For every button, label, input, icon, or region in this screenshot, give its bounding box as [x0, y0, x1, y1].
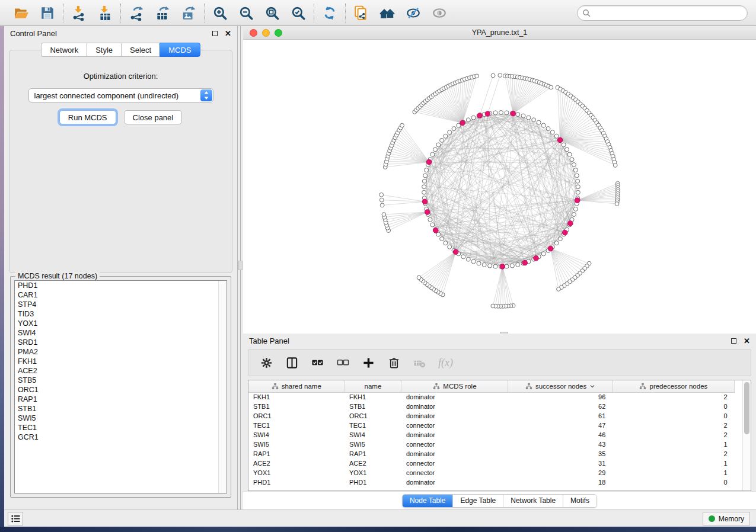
show-columns-icon[interactable]: [285, 356, 298, 369]
zoom-in-icon[interactable]: [212, 5, 228, 21]
mcds-result-item[interactable]: SRD1: [15, 338, 227, 347]
mcds-result-item[interactable]: TEC1: [15, 423, 227, 432]
graph-node[interactable]: [493, 264, 497, 268]
graph-node[interactable]: [440, 138, 444, 142]
graph-node[interactable]: [541, 252, 546, 256]
network-from-selection-icon[interactable]: [353, 5, 369, 21]
graph-leaf-node[interactable]: [615, 202, 619, 206]
graph-node[interactable]: [516, 113, 520, 117]
table-row[interactable]: FKH1FKH1dominator962: [248, 392, 735, 402]
mcds-hub-node[interactable]: [548, 246, 553, 251]
graph-node[interactable]: [425, 168, 429, 172]
deselect-all-rows-icon[interactable]: [336, 356, 349, 369]
graph-leaf-node[interactable]: [380, 203, 384, 207]
graph-node[interactable]: [444, 134, 448, 138]
table-scrollbar[interactable]: [742, 380, 751, 491]
graph-node[interactable]: [461, 255, 465, 259]
column-header-name[interactable]: name: [344, 380, 401, 392]
column-header-predecessor-nodes[interactable]: predecessor nodes: [613, 380, 734, 392]
graph-node[interactable]: [546, 127, 550, 131]
close-table-panel-icon[interactable]: ✕: [744, 337, 750, 345]
table-row[interactable]: ACE2ACE2connector311: [248, 459, 735, 468]
close-panel-icon[interactable]: ✕: [225, 30, 231, 37]
tab-motifs[interactable]: Motifs: [563, 495, 596, 507]
graph-node[interactable]: [466, 257, 470, 261]
graph-node[interactable]: [562, 143, 566, 147]
graph-node[interactable]: [466, 118, 470, 122]
graph-leaf-node[interactable]: [549, 85, 553, 89]
mcds-hub-node[interactable]: [453, 249, 458, 255]
graph-node[interactable]: [537, 120, 541, 124]
mcds-result-item[interactable]: ACE2: [15, 366, 227, 376]
table-row[interactable]: YOX1YOX1connector291: [248, 468, 735, 477]
table-row[interactable]: ORC1ORC1dominator610: [248, 411, 735, 421]
export-image-icon[interactable]: [180, 5, 197, 21]
mcds-result-item[interactable]: ORC1: [15, 385, 227, 395]
graph-node[interactable]: [554, 241, 559, 245]
table-scrollbar-thumb[interactable]: [744, 382, 749, 434]
export-table-icon[interactable]: [154, 5, 171, 21]
mcds-hub-node[interactable]: [426, 159, 432, 165]
graph-node[interactable]: [482, 262, 486, 267]
memory-button[interactable]: Memory: [703, 512, 750, 525]
table-row[interactable]: SWI4SWI4dominator462: [248, 430, 735, 440]
zoom-fit-icon[interactable]: [264, 5, 280, 21]
mcds-list-scrollbar[interactable]: [218, 281, 227, 493]
mcds-hub-node[interactable]: [433, 228, 439, 233]
graph-leaf-node[interactable]: [400, 123, 404, 127]
refresh-layout-icon[interactable]: [321, 5, 338, 21]
show-all-icon[interactable]: [431, 5, 448, 21]
graph-node[interactable]: [440, 237, 444, 241]
graph-node[interactable]: [532, 118, 536, 122]
task-history-button[interactable]: [8, 512, 23, 525]
graph-node[interactable]: [422, 179, 426, 183]
graph-node[interactable]: [575, 174, 579, 178]
mcds-hub-node[interactable]: [460, 120, 465, 126]
mcds-hub-node[interactable]: [522, 260, 528, 265]
graph-node[interactable]: [444, 241, 448, 245]
mcds-hub-node[interactable]: [422, 199, 428, 204]
save-session-icon[interactable]: [39, 5, 56, 21]
graph-node[interactable]: [436, 143, 441, 147]
mcds-result-item[interactable]: STP4: [15, 300, 227, 309]
graph-node[interactable]: [572, 163, 576, 167]
float-table-panel-icon[interactable]: [731, 338, 736, 344]
graph-node[interactable]: [573, 168, 578, 172]
graph-node[interactable]: [576, 190, 580, 194]
graph-node[interactable]: [452, 127, 456, 131]
mcds-result-item[interactable]: STB1: [15, 404, 227, 414]
import-table-icon[interactable]: [97, 5, 113, 21]
network-canvas[interactable]: [243, 40, 756, 334]
network-titlebar[interactable]: YPA_prune.txt_1: [243, 26, 756, 40]
delete-columns-icon[interactable]: [387, 356, 400, 369]
mcds-hub-node[interactable]: [425, 210, 430, 215]
table-row[interactable]: TEC1TEC1connector472: [248, 421, 735, 430]
graph-node[interactable]: [505, 111, 509, 115]
tab-node-table[interactable]: Node Table: [403, 495, 454, 507]
import-network-icon[interactable]: [71, 5, 87, 21]
tab-mcds[interactable]: MCDS: [160, 43, 200, 57]
open-file-icon[interactable]: [13, 5, 30, 21]
graph-leaf-node[interactable]: [613, 164, 617, 168]
graph-leaf-node[interactable]: [379, 198, 384, 202]
graph-node[interactable]: [576, 185, 580, 189]
run-mcds-button[interactable]: Run MCDS: [59, 110, 116, 124]
first-neighbors-icon[interactable]: [379, 5, 395, 21]
graph-node[interactable]: [471, 116, 476, 120]
tab-network-table[interactable]: Network Table: [503, 495, 563, 507]
mcds-result-item[interactable]: SWI4: [15, 328, 227, 338]
column-header-MCDS-role[interactable]: MCDS role: [401, 380, 508, 392]
graph-leaf-node[interactable]: [382, 213, 386, 217]
mcds-hub-node[interactable]: [500, 264, 505, 270]
mcds-result-item[interactable]: TID3: [15, 309, 227, 319]
mcds-hub-node[interactable]: [511, 111, 516, 116]
graph-node[interactable]: [516, 262, 520, 267]
mcds-result-item[interactable]: YOX1: [15, 319, 227, 328]
graph-node[interactable]: [567, 152, 572, 156]
splitter-grip[interactable]: [238, 261, 243, 270]
mcds-hub-node[interactable]: [563, 230, 568, 235]
graph-node[interactable]: [493, 111, 497, 115]
mcds-result-item[interactable]: PMA2: [15, 347, 227, 357]
graph-node[interactable]: [448, 130, 452, 134]
tab-select[interactable]: Select: [121, 43, 160, 57]
